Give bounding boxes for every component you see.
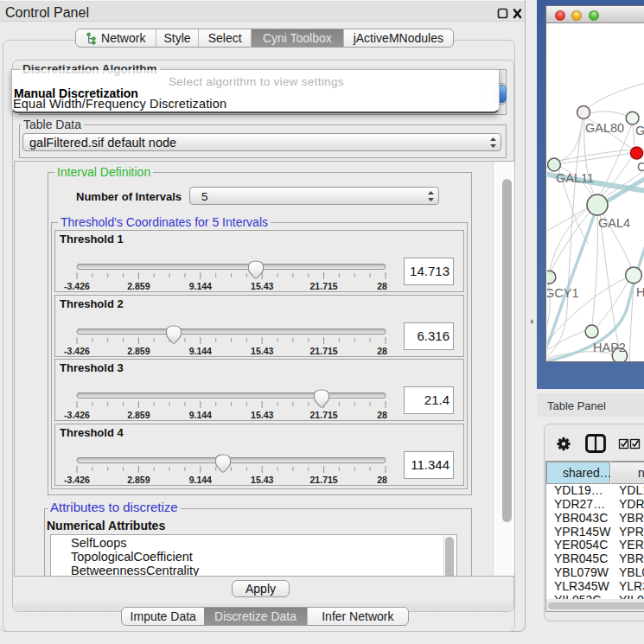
svg-text:2.859: 2.859 xyxy=(127,475,150,485)
svg-text:15.43: 15.43 xyxy=(251,410,273,420)
svg-text:-3.426: -3.426 xyxy=(64,346,90,356)
svg-text:2.859: 2.859 xyxy=(127,281,150,291)
svg-text:28: 28 xyxy=(377,475,387,485)
svg-text:21.715: 21.715 xyxy=(310,281,338,291)
svg-text:15.43: 15.43 xyxy=(251,475,273,485)
svg-text:GAL11: GAL11 xyxy=(556,171,594,185)
svg-text:28: 28 xyxy=(377,346,387,356)
svg-text:H: H xyxy=(636,285,644,299)
svg-text:-3.426: -3.426 xyxy=(64,410,90,420)
svg-text:-3.426: -3.426 xyxy=(64,475,90,485)
svg-text:GAL80: GAL80 xyxy=(585,121,624,135)
svg-text:HAP2: HAP2 xyxy=(593,341,626,354)
svg-text:GAL4: GAL4 xyxy=(598,216,630,230)
svg-text:GCY1: GCY1 xyxy=(547,286,579,300)
svg-text:G.: G. xyxy=(635,124,644,137)
svg-text:21.715: 21.715 xyxy=(310,346,338,356)
svg-text:28: 28 xyxy=(377,410,387,420)
svg-text:15.43: 15.43 xyxy=(251,346,273,356)
svg-text:21.715: 21.715 xyxy=(310,410,338,420)
svg-text:15.43: 15.43 xyxy=(251,281,273,291)
svg-text:28: 28 xyxy=(377,281,387,291)
svg-text:2.859: 2.859 xyxy=(127,410,150,420)
svg-text:9.144: 9.144 xyxy=(189,346,212,356)
svg-text:9.144: 9.144 xyxy=(189,410,212,420)
svg-text:9.144: 9.144 xyxy=(189,475,212,485)
svg-text:21.715: 21.715 xyxy=(310,475,338,485)
svg-text:C: C xyxy=(637,160,644,174)
svg-text:9.144: 9.144 xyxy=(189,281,212,291)
svg-text:-3.426: -3.426 xyxy=(64,281,90,291)
svg-text:2.859: 2.859 xyxy=(127,346,150,356)
